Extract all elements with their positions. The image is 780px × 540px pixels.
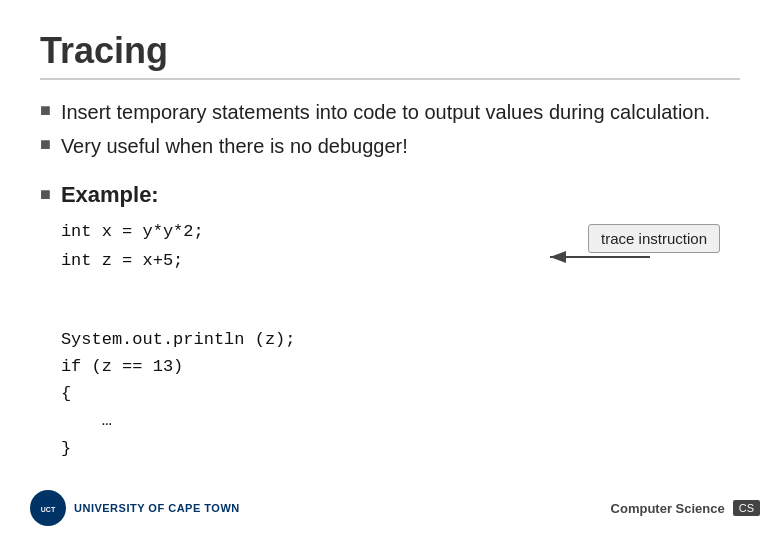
example-bullet-icon: ■ xyxy=(40,184,51,205)
code-line-1: int x = y*y*2; xyxy=(61,222,204,241)
more-code-line-2: if (z == 13) xyxy=(61,353,740,380)
more-code: System.out.println (z); if (z == 13) { …… xyxy=(61,326,740,462)
more-code-line-1: System.out.println (z); xyxy=(61,326,740,353)
slide-title: Tracing xyxy=(40,30,740,80)
content-area: ■ Insert temporary statements into code … xyxy=(40,98,740,160)
bullet-icon-1: ■ xyxy=(40,100,51,121)
example-label: Example: xyxy=(61,182,740,208)
footer-dept-text: Computer Science xyxy=(611,501,725,516)
more-code-line-5: } xyxy=(61,435,740,462)
slide: Tracing ■ Insert temporary statements in… xyxy=(0,0,780,540)
uct-logo-svg: UCT xyxy=(34,494,62,522)
footer: UCT UNIVERSITY OF CAPE TOWN Computer Sci… xyxy=(0,490,780,526)
bullet-item-1: ■ Insert temporary statements into code … xyxy=(40,98,740,126)
uct-logo: UCT xyxy=(30,490,66,526)
dept-name: Computer Science xyxy=(611,501,725,516)
trace-arrow xyxy=(520,252,720,282)
code-line-2: int z = x+5; xyxy=(61,251,183,270)
bullet-item-2: ■ Very useful when there is no debugger! xyxy=(40,132,740,160)
footer-logo-text: UNIVERSITY OF CAPE TOWN xyxy=(74,502,240,514)
dept-badge: CS xyxy=(733,500,760,516)
trace-wrapper: int x = y*y*2; int z = x+5; trace instru… xyxy=(61,218,740,276)
svg-text:UCT: UCT xyxy=(41,506,56,513)
bullet-text-1: Insert temporary statements into code to… xyxy=(61,98,710,126)
bullet-text-2: Very useful when there is no debugger! xyxy=(61,132,408,160)
more-code-line-4: … xyxy=(61,407,740,434)
trace-callout: trace instruction xyxy=(588,224,720,253)
example-section: ■ Example: int x = y*y*2; int z = x+5; t… xyxy=(40,182,740,462)
trace-instruction-box: trace instruction xyxy=(588,224,720,253)
footer-logo: UCT UNIVERSITY OF CAPE TOWN xyxy=(30,490,240,526)
more-code-line-3: { xyxy=(61,380,740,407)
bullet-icon-2: ■ xyxy=(40,134,51,155)
footer-right: Computer Science CS xyxy=(611,500,760,516)
example-content: Example: int x = y*y*2; int z = x+5; tra… xyxy=(61,182,740,462)
